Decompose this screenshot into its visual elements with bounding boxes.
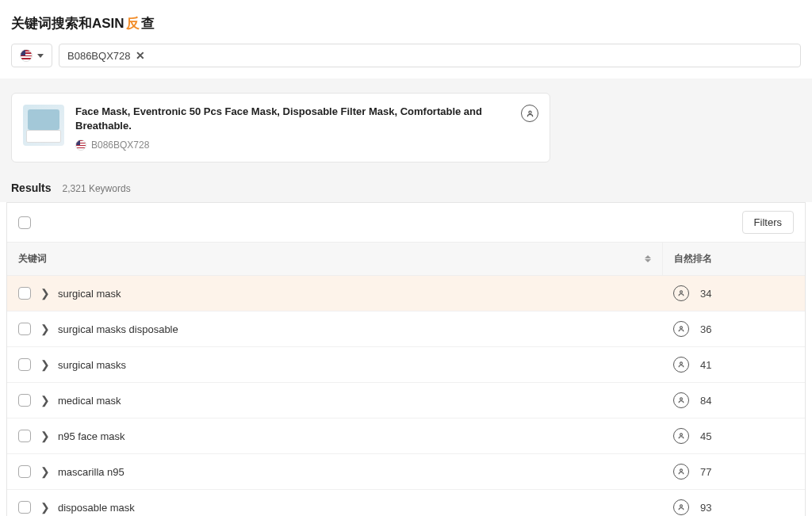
person-icon: [673, 321, 689, 337]
results-table: Filters 关键词 自然排名 ❯surgical mask34❯surgic…: [6, 202, 806, 516]
page-title: 关键词搜索和ASIN反查: [11, 14, 801, 32]
keyword-text: disposable mask: [58, 502, 135, 514]
results-header: Results 2,321 Keywords: [0, 174, 812, 202]
row-checkbox[interactable]: [18, 501, 31, 514]
flag-us-icon: [20, 49, 33, 62]
results-count: 2,321 Keywords: [63, 183, 131, 194]
row-checkbox[interactable]: [18, 394, 31, 407]
table-row[interactable]: ❯medical mask84: [7, 383, 805, 419]
chevron-right-icon[interactable]: ❯: [40, 465, 48, 478]
row-checkbox[interactable]: [18, 465, 31, 478]
keyword-text: surgical masks disposable: [58, 323, 178, 335]
cell-keyword: ❯surgical masks disposable: [7, 312, 662, 346]
chevron-right-icon[interactable]: ❯: [40, 394, 48, 407]
asin-chip-text: B086BQX728: [67, 50, 131, 62]
cell-rank: 84: [662, 383, 805, 418]
chevron-right-icon[interactable]: ❯: [40, 358, 48, 371]
product-asin: B086BQX728: [75, 140, 538, 151]
product-card: Face Mask, Eventronic 50 Pcs Face Mask, …: [11, 93, 550, 162]
cell-rank: 93: [662, 490, 805, 516]
row-checkbox[interactable]: [18, 323, 31, 335]
cell-rank: 77: [662, 454, 805, 489]
person-icon: [673, 392, 689, 408]
rank-value: 45: [700, 430, 711, 442]
search-bar: B086BQX728 ✕: [11, 44, 801, 67]
chip-remove-icon[interactable]: ✕: [136, 49, 145, 62]
product-thumbnail: [23, 105, 64, 146]
column-rank[interactable]: 自然排名: [662, 243, 805, 275]
title-highlight: 反: [126, 14, 140, 32]
keyword-text: medical mask: [58, 395, 121, 407]
user-action-button[interactable]: [521, 105, 538, 122]
cell-keyword: ❯mascarilla n95: [7, 454, 662, 489]
svg-point-4: [680, 398, 683, 400]
table-header: 关键词 自然排名: [7, 243, 805, 276]
title-post: 查: [141, 14, 155, 32]
keyword-text: surgical masks: [58, 359, 126, 371]
svg-point-5: [680, 434, 683, 436]
table-row[interactable]: ❯mascarilla n9577: [7, 454, 805, 490]
rank-value: 41: [700, 359, 711, 371]
rank-value: 84: [700, 395, 711, 407]
asin-chip: B086BQX728 ✕: [67, 49, 145, 62]
column-keyword[interactable]: 关键词: [7, 243, 662, 275]
cell-keyword: ❯disposable mask: [7, 490, 662, 516]
row-checkbox[interactable]: [18, 358, 31, 371]
row-checkbox[interactable]: [18, 430, 31, 442]
cell-rank: 34: [662, 276, 805, 311]
filters-button[interactable]: Filters: [742, 211, 794, 234]
product-title: Face Mask, Eventronic 50 Pcs Face Mask, …: [75, 105, 538, 133]
flag-us-icon: [75, 140, 86, 151]
keyword-text: n95 face mask: [58, 430, 125, 442]
table-row[interactable]: ❯surgical masks disposable36: [7, 312, 805, 347]
column-rank-label: 自然排名: [674, 252, 712, 266]
svg-point-2: [680, 327, 683, 329]
table-toolbar: Filters: [7, 203, 805, 243]
results-label: Results: [11, 182, 52, 194]
cell-keyword: ❯surgical masks: [7, 347, 662, 382]
title-pre: 关键词搜索和ASIN: [11, 14, 124, 32]
svg-point-7: [680, 505, 683, 507]
keyword-text: surgical mask: [58, 288, 121, 300]
cell-keyword: ❯medical mask: [7, 383, 662, 418]
person-icon: [673, 285, 689, 301]
cell-keyword: ❯surgical mask: [7, 276, 662, 311]
cell-rank: 41: [662, 347, 805, 382]
svg-point-0: [528, 111, 530, 113]
rank-value: 77: [700, 466, 711, 478]
keyword-text: mascarilla n95: [58, 466, 124, 478]
sort-icon[interactable]: [645, 255, 651, 262]
product-asin-text: B086BQX728: [91, 140, 149, 151]
chevron-right-icon[interactable]: ❯: [40, 430, 48, 442]
person-icon: [673, 428, 689, 444]
person-icon: [526, 109, 534, 118]
svg-point-1: [680, 291, 683, 293]
column-keyword-label: 关键词: [18, 252, 47, 266]
table-row[interactable]: ❯n95 face mask45: [7, 419, 805, 454]
rank-value: 36: [700, 323, 711, 335]
table-row[interactable]: ❯surgical masks41: [7, 347, 805, 383]
rank-value: 34: [700, 288, 711, 300]
svg-point-6: [680, 469, 683, 472]
select-all-checkbox[interactable]: [18, 216, 31, 229]
person-icon: [673, 464, 689, 480]
cell-keyword: ❯n95 face mask: [7, 419, 662, 453]
table-row[interactable]: ❯surgical mask34: [7, 276, 805, 312]
search-input[interactable]: B086BQX728 ✕: [59, 44, 801, 67]
row-checkbox[interactable]: [18, 287, 31, 300]
chevron-right-icon[interactable]: ❯: [40, 323, 48, 335]
rank-value: 93: [700, 502, 711, 514]
country-selector[interactable]: [11, 44, 52, 67]
table-row[interactable]: ❯disposable mask93: [7, 490, 805, 516]
chevron-down-icon: [37, 54, 44, 58]
chevron-right-icon[interactable]: ❯: [40, 501, 48, 514]
cell-rank: 45: [662, 419, 805, 453]
person-icon: [673, 357, 689, 373]
cell-rank: 36: [662, 312, 805, 346]
svg-point-3: [680, 362, 683, 365]
chevron-right-icon[interactable]: ❯: [40, 287, 48, 300]
person-icon: [673, 499, 689, 515]
